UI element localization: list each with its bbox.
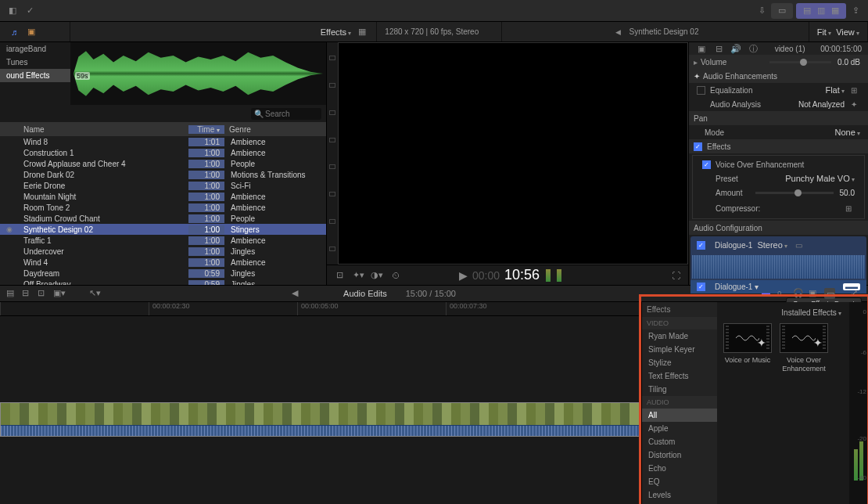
config-icon[interactable]: ▭ <box>792 239 805 251</box>
timeline-ruler[interactable]: 00:00:02:3000:00:05:0000:00:07:30 <box>0 302 641 316</box>
table-row[interactable]: Room Tone 2 1:00 Ambience <box>0 202 326 213</box>
table-row[interactable]: Daydream 0:59 Jingles <box>0 268 326 279</box>
retime-icon[interactable]: ⏲ <box>389 269 402 282</box>
arrow-tool-icon[interactable]: ↖▾ <box>89 288 100 299</box>
table-row[interactable]: Eerie Drone 1:00 Sci-Fi <box>0 180 326 191</box>
sidebar-item[interactable]: iarageBand <box>0 42 70 56</box>
analyze-icon[interactable]: ✦ <box>848 98 860 110</box>
table-row[interactable]: Construction 1 1:00 Ambience <box>0 147 326 158</box>
eq-checkbox[interactable] <box>697 86 705 95</box>
transform-icon[interactable]: ✦▾ <box>352 269 364 282</box>
dialogue-checkbox[interactable]: ✓ <box>697 241 705 250</box>
sidebar-item[interactable]: ound Effects <box>0 69 70 82</box>
table-row[interactable]: Off Broadway 0:59 Jingles <box>0 279 326 285</box>
preset-dropdown[interactable]: Punchy Male VO <box>785 174 855 183</box>
volume-slider[interactable] <box>769 61 832 63</box>
table-row[interactable]: ◉ Synthetic Design 02 1:00 Stingers <box>0 224 326 235</box>
fx-category[interactable]: Tiling <box>642 383 717 396</box>
library-icon[interactable]: ◧ <box>6 5 19 17</box>
table-body: Wind 8 1:01 Ambience Construction 1 1:00… <box>0 136 326 285</box>
fx-category[interactable]: Echo <box>642 462 717 475</box>
fx-tab-5-icon[interactable]: ▭ <box>824 288 835 299</box>
viewer-canvas[interactable] <box>338 42 688 265</box>
installed-dropdown[interactable]: Installed Effects <box>722 307 845 319</box>
clapboard-icon[interactable]: ▣ <box>25 26 38 38</box>
fx-category[interactable]: Ryan Made <box>642 329 717 343</box>
fx-category[interactable]: Apple <box>642 422 717 435</box>
fullscreen-icon[interactable]: ⛶ <box>669 269 682 282</box>
vo-checkbox[interactable]: ✓ <box>702 160 711 169</box>
view-mode-3-icon[interactable]: ▦ <box>829 5 841 17</box>
fx-category[interactable]: All <box>642 409 717 422</box>
fx-tab-4-icon[interactable]: ▣ <box>809 288 820 299</box>
table-row[interactable]: Wind 8 1:01 Ambience <box>0 136 326 147</box>
table-row[interactable]: Mountain Night 1:00 Ambience <box>0 191 326 202</box>
table-row[interactable]: Drone Dark 02 1:00 Motions & Transitions <box>0 169 326 180</box>
timecode-main: 10:56 <box>504 267 540 283</box>
color-icon[interactable]: ◑▾ <box>371 269 383 282</box>
tl-icon-3[interactable]: ⊡ <box>38 288 48 299</box>
col-genre-header[interactable]: Genre <box>224 125 326 134</box>
fx-category[interactable]: Text Effects <box>642 369 717 383</box>
fx-category[interactable]: Distortion <box>642 448 717 462</box>
tracks-area[interactable] <box>0 316 641 504</box>
share-icon[interactable]: ⇪ <box>849 5 862 17</box>
effects-dropdown[interactable]: Effects <box>321 27 352 37</box>
grid-icon[interactable]: ▦ <box>356 26 368 38</box>
video-tab-icon[interactable]: ▣ <box>695 42 708 55</box>
prev-clip-icon[interactable]: ◀ <box>612 26 625 38</box>
fit-dropdown[interactable]: Fit <box>817 27 831 37</box>
eq-dropdown[interactable]: Flat <box>825 85 845 95</box>
fx-tab-3-icon[interactable]: 🎧 <box>793 288 804 299</box>
video-clip[interactable] <box>0 402 640 437</box>
sidebar-item[interactable]: Tunes <box>0 56 70 69</box>
history-back-icon[interactable]: ◀ <box>292 288 303 299</box>
effects-checkbox[interactable]: ✓ <box>694 142 702 151</box>
col-name-header[interactable]: Name <box>19 125 188 134</box>
fx-tab-2-icon[interactable]: ⩍ <box>777 288 788 299</box>
fx-category[interactable]: Stylize <box>642 356 717 369</box>
stereo-dropdown[interactable]: Stereo <box>757 240 787 250</box>
play-icon[interactable]: ▶ <box>459 269 468 282</box>
view-dropdown[interactable]: View <box>836 27 859 37</box>
row-name: Room Tone 2 <box>19 203 188 212</box>
view-mode-2-icon[interactable]: ▥ <box>815 5 827 17</box>
arrow-down-icon[interactable]: ⇩ <box>755 5 768 17</box>
timeline[interactable]: 00:00:02:3000:00:05:0000:00:07:30 <box>0 302 641 504</box>
fx-category[interactable]: EQ <box>642 475 717 488</box>
effect-item[interactable]: ✦Voice Over Enhancement <box>780 323 828 373</box>
filmstrip-icon[interactable]: ⊟ <box>712 42 725 55</box>
amount-slider[interactable] <box>755 192 834 194</box>
table-row[interactable]: Crowd Applause and Cheer 4 1:00 People <box>0 158 326 169</box>
media-icon[interactable]: ♬ <box>8 26 20 38</box>
row-time: 1:00 <box>188 149 224 157</box>
row-name: Wind 4 <box>19 258 188 267</box>
tl-icon-2[interactable]: ⊟ <box>22 288 33 299</box>
fx-category[interactable]: Levels <box>642 488 717 502</box>
table-row[interactable]: Wind 4 1:00 Ambience <box>0 257 326 268</box>
effect-item[interactable]: ✦Voice or Music <box>723 323 772 373</box>
row-genre: Jingles <box>224 247 326 256</box>
volume-disclosure-icon[interactable]: ▸ <box>694 58 698 67</box>
checkmark-circle-icon[interactable]: ✓ <box>23 5 36 17</box>
pan-mode-dropdown[interactable]: None <box>834 128 860 137</box>
view-mode-1-icon[interactable]: ▤ <box>801 5 813 17</box>
config-waveform <box>692 255 865 279</box>
crop-icon[interactable]: ⊡ <box>333 269 346 282</box>
table-row[interactable]: Traffic 1 1:00 Ambience <box>0 235 326 246</box>
fx-tab-1-icon[interactable]: ▬ <box>762 288 773 299</box>
table-row[interactable]: Stadium Crowd Chant 1:00 People <box>0 213 326 224</box>
layout-icon-1[interactable]: ▭ <box>776 5 788 17</box>
fx-category[interactable]: Simple Keyer <box>642 343 717 356</box>
tl-icon-4[interactable]: ▣▾ <box>53 288 64 299</box>
audio-tab-icon[interactable]: 🔊 <box>730 42 742 55</box>
compressor-edit-icon[interactable]: ⊞ <box>842 202 855 214</box>
waveform-preview[interactable]: 59s <box>70 42 326 105</box>
eq-edit-icon[interactable]: ⊞ <box>848 84 860 96</box>
fx-category[interactable]: Custom <box>642 435 717 448</box>
table-row[interactable]: Undercover 1:00 Jingles <box>0 246 326 257</box>
fx-expand-icon[interactable]: ⤢ <box>851 288 862 299</box>
index-icon[interactable]: ▤ <box>6 288 17 299</box>
col-time-header[interactable]: Time ▾ <box>188 125 224 134</box>
info-tab-icon[interactable]: ⓘ <box>747 42 759 55</box>
